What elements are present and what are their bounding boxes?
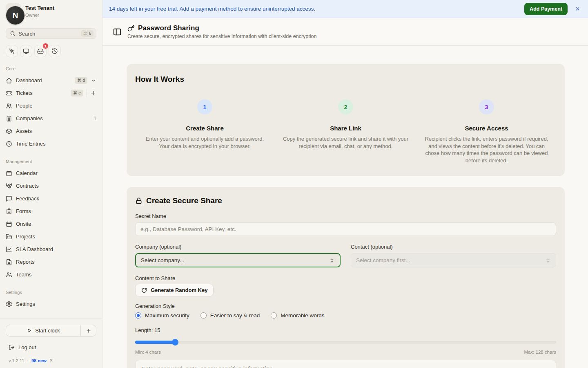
- inbox-button[interactable]: 1: [34, 45, 47, 57]
- remote-screen-button[interactable]: [20, 45, 32, 57]
- inbox-icon: [37, 48, 44, 54]
- slider-track[interactable]: [135, 341, 556, 343]
- length-slider-fill: [135, 341, 175, 344]
- history-button[interactable]: [49, 45, 61, 57]
- inbox-badge: 1: [42, 43, 49, 49]
- tenant-name: Test Tenant: [25, 5, 54, 11]
- sparkles-icon: [9, 48, 15, 54]
- tenant-header[interactable]: N Test Tenant Owner: [6, 0, 96, 26]
- ai-assistant-button[interactable]: [6, 45, 18, 57]
- avatar[interactable]: N: [6, 6, 24, 25]
- slider-thumb[interactable]: [172, 339, 178, 346]
- history-icon: [51, 48, 58, 54]
- tenant-role: Owner: [25, 13, 39, 18]
- monitor-icon: [23, 48, 29, 54]
- length-slider[interactable]: [135, 339, 556, 346]
